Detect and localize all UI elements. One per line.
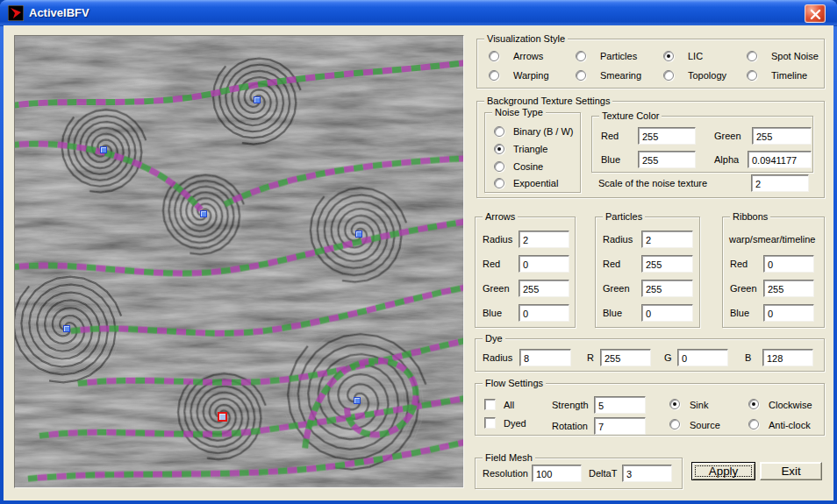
checkbox-all-label: All: [504, 396, 514, 414]
radio-expoential[interactable]: [494, 178, 504, 188]
group-title: Noise Type: [492, 106, 546, 118]
particles-green-label: Green: [603, 280, 630, 297]
texture-alpha-label: Alpha: [714, 151, 739, 168]
flow-elements-overlay: [15, 36, 463, 487]
resolution-field[interactable]: [532, 465, 582, 482]
particles-radius-field[interactable]: [641, 231, 693, 248]
deltat-field[interactable]: [622, 465, 672, 482]
arrows-blue-label: Blue: [483, 304, 502, 322]
radio-spot-noise-label: Spot Noise: [771, 47, 819, 65]
arrows-radius-label: Radius: [483, 231, 512, 248]
group-background-texture: Background Texture Settings Noise Type B…: [476, 101, 825, 198]
group-title: Dye: [483, 332, 505, 344]
app-icon: [8, 5, 24, 21]
close-icon: [810, 9, 821, 20]
flow-element-marker-blue[interactable]: [100, 146, 107, 153]
ribbons-note: warp/smear/timeline: [729, 231, 815, 248]
ribbons-red-label: Red: [730, 255, 748, 273]
radio-timeline[interactable]: [747, 70, 757, 81]
texture-alpha-field[interactable]: [748, 151, 812, 168]
flow-element-marker-blue[interactable]: [200, 210, 207, 217]
dye-g-field[interactable]: [677, 349, 728, 366]
texture-green-label: Green: [714, 127, 741, 145]
group-arrows: Arrows Radius Red Green Blue: [475, 217, 576, 328]
group-title: Field Mesh: [483, 451, 535, 464]
radio-arrows[interactable]: [489, 51, 499, 61]
arrows-red-field[interactable]: [519, 255, 569, 273]
ribbons-blue-label: Blue: [730, 304, 749, 322]
radio-triangle-label: Triangle: [513, 140, 547, 158]
radio-topology[interactable]: [663, 70, 674, 81]
dye-r-field[interactable]: [600, 349, 651, 366]
texture-red-label: Red: [601, 127, 619, 145]
texture-green-field[interactable]: [752, 127, 812, 145]
radio-lic[interactable]: [663, 51, 674, 61]
ribbons-green-label: Green: [730, 280, 757, 297]
group-field-mesh: Field Mesh Resolution DeltaT: [475, 458, 683, 489]
radio-source-label: Source: [690, 416, 720, 434]
particles-radius-label: Radius: [603, 231, 633, 248]
rotation-label: Rotation: [552, 417, 588, 435]
texture-blue-field[interactable]: [638, 151, 696, 168]
flow-element-marker-blue[interactable]: [254, 96, 261, 103]
ribbons-red-field[interactable]: [763, 255, 814, 273]
dye-r-label: R: [587, 349, 594, 366]
dye-radius-field[interactable]: [519, 349, 571, 366]
flow-visualization-canvas[interactable]: [14, 35, 464, 488]
texture-red-field[interactable]: [638, 127, 696, 145]
radio-anticlock[interactable]: [748, 419, 759, 429]
flow-element-marker-red[interactable]: [218, 412, 227, 422]
radio-timeline-label: Timeline: [771, 67, 807, 84]
exit-button[interactable]: Exit: [760, 462, 822, 480]
rotation-field[interactable]: [594, 417, 646, 435]
group-title: Ribbons: [730, 210, 770, 223]
ribbons-blue-field[interactable]: [763, 304, 814, 322]
radio-particles[interactable]: [576, 51, 586, 61]
radio-triangle[interactable]: [494, 144, 504, 154]
radio-warping[interactable]: [489, 70, 499, 81]
group-title: Visualization Style: [484, 32, 568, 45]
radio-cosine[interactable]: [494, 161, 504, 172]
radio-lic-label: LIC: [688, 47, 703, 65]
arrows-green-label: Green: [483, 280, 510, 297]
radio-smearing-label: Smearing: [600, 67, 641, 84]
group-flow-settings: Flow Settings All Dyed Strength Rotation…: [475, 383, 825, 436]
strength-label: Strength: [552, 396, 589, 414]
radio-clockwise[interactable]: [748, 399, 759, 409]
radio-binary[interactable]: [494, 126, 504, 137]
radio-binary-label: Binary (B / W): [513, 123, 573, 140]
flow-element-marker-blue[interactable]: [355, 231, 362, 238]
texture-blue-label: Blue: [601, 151, 620, 168]
radio-arrows-label: Arrows: [513, 47, 543, 65]
radio-sink-label: Sink: [690, 396, 708, 414]
radio-spot-noise[interactable]: [747, 51, 757, 61]
arrows-radius-field[interactable]: [519, 231, 569, 248]
arrows-green-field[interactable]: [519, 280, 569, 297]
particles-red-field[interactable]: [641, 255, 693, 273]
checkbox-all[interactable]: [484, 399, 496, 410]
flow-element-marker-blue[interactable]: [354, 397, 361, 404]
flow-element-marker-blue[interactable]: [63, 325, 70, 332]
checkbox-dyed[interactable]: [484, 417, 496, 429]
group-visualization-style: Visualization Style Arrows Particles LIC…: [476, 39, 825, 89]
radio-warping-label: Warping: [513, 67, 549, 84]
apply-button[interactable]: Apply: [691, 462, 755, 480]
strength-field[interactable]: [594, 396, 646, 414]
group-noise-type: Noise Type Binary (B / W) Triangle Cosin…: [484, 112, 581, 193]
close-button[interactable]: [805, 4, 826, 23]
noise-scale-field[interactable]: [751, 174, 809, 192]
group-title: Flow Settings: [483, 377, 546, 389]
arrows-blue-field[interactable]: [519, 304, 569, 322]
radio-expoential-label: Expoential: [513, 174, 558, 192]
radio-sink[interactable]: [669, 399, 680, 409]
dye-b-field[interactable]: [762, 349, 813, 366]
particles-green-field[interactable]: [641, 280, 693, 297]
ribbons-green-field[interactable]: [763, 280, 814, 297]
radio-topology-label: Topology: [688, 67, 726, 84]
focus-rect: [695, 465, 752, 477]
radio-source[interactable]: [669, 419, 680, 429]
arrows-red-label: Red: [483, 255, 500, 273]
deltat-label: DeltaT: [589, 465, 617, 482]
particles-blue-field[interactable]: [641, 304, 693, 322]
radio-smearing[interactable]: [576, 70, 586, 81]
